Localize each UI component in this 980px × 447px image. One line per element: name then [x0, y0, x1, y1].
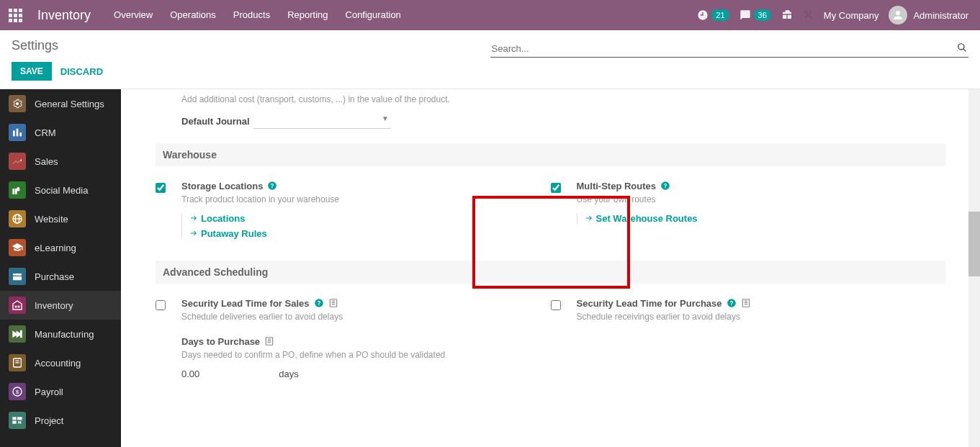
- svg-point-1: [16, 102, 19, 105]
- messages-indicator[interactable]: 36: [740, 9, 771, 21]
- sidebar-item-label: Project: [35, 415, 63, 426]
- svg-rect-8: [13, 274, 22, 276]
- chevron-down-icon: ▼: [382, 114, 389, 122]
- locations-link[interactable]: Locations: [189, 213, 551, 224]
- lead-time-sales-checkbox[interactable]: [156, 300, 166, 310]
- sidebar-item-manufacturing[interactable]: Manufacturing: [0, 320, 121, 348]
- section-warehouse: Warehouse: [156, 143, 945, 166]
- lead-time-sales-title: Security Lead Time for Sales: [181, 298, 310, 309]
- scrollbar-thumb[interactable]: [968, 212, 980, 276]
- days-to-purchase-unit: days: [279, 369, 298, 379]
- sidebar-item-label: Accounting: [35, 358, 81, 369]
- nav-operations[interactable]: Operations: [161, 0, 225, 30]
- help-icon[interactable]: ?: [660, 181, 670, 191]
- navbar: Inventory Overview Operations Products R…: [0, 0, 980, 30]
- lead-time-purchase-desc: Schedule receivings earlier to avoid del…: [577, 309, 946, 323]
- sidebar-item-elearning[interactable]: eLearning: [0, 233, 121, 262]
- putaway-rules-link-label: Putaway Rules: [201, 228, 267, 239]
- activity-indicator[interactable]: 21: [697, 9, 729, 21]
- nav-products[interactable]: Products: [225, 0, 279, 30]
- content-scroll[interactable]: Add additional cost (transport, customs,…: [121, 89, 980, 447]
- svg-rect-19: [17, 417, 22, 420]
- default-journal-select[interactable]: [253, 114, 390, 129]
- messages-badge: 36: [754, 9, 771, 21]
- help-icon[interactable]: ?: [267, 181, 277, 191]
- sidebar-item-label: CRM: [35, 127, 56, 138]
- sidebar-item-project[interactable]: Project: [0, 406, 121, 435]
- days-to-purchase-title: Days to Purchase: [181, 336, 260, 347]
- sidebar-item-label: Inventory: [35, 300, 73, 311]
- website-icon: [9, 210, 26, 227]
- company-icon[interactable]: [264, 336, 274, 346]
- storage-locations-checkbox[interactable]: [156, 183, 166, 193]
- default-journal-label: Default Journal: [181, 116, 253, 127]
- purchase-icon: [9, 268, 26, 285]
- close-icon[interactable]: ✕: [803, 7, 814, 23]
- sidebar-item-label: Social Media: [35, 185, 88, 196]
- multi-step-routes-checkbox[interactable]: [551, 183, 561, 193]
- sidebar-item-label: Website: [35, 214, 68, 225]
- days-to-purchase-desc: Days needed to confirm a PO, define when…: [181, 347, 551, 361]
- sidebar-item-accounting[interactable]: Accounting: [0, 348, 121, 377]
- avatar: [889, 6, 907, 24]
- svg-rect-2: [13, 130, 15, 136]
- clock-icon: [697, 9, 709, 21]
- help-icon[interactable]: ?: [727, 298, 737, 308]
- svg-point-0: [896, 11, 900, 15]
- search-input[interactable]: [490, 40, 956, 57]
- svg-text:?: ?: [271, 183, 274, 189]
- lead-time-purchase-title: Security Lead Time for Purchase: [577, 298, 722, 309]
- sidebar-item-purchase[interactable]: Purchase: [0, 262, 121, 291]
- section-advanced-scheduling: Advanced Scheduling: [156, 261, 945, 284]
- discard-button[interactable]: DISCARD: [60, 66, 103, 77]
- brand[interactable]: Inventory: [30, 8, 105, 23]
- sidebar-item-payroll[interactable]: $Payroll: [0, 377, 121, 406]
- sidebar-item-label: Purchase: [35, 271, 74, 282]
- elearning-icon: [9, 239, 26, 256]
- user-name: Administrator: [913, 10, 968, 21]
- manufacturing-icon: [9, 325, 26, 343]
- nav-configuration[interactable]: Configuration: [337, 0, 410, 30]
- help-icon[interactable]: ?: [314, 298, 324, 308]
- search-icon[interactable]: [956, 42, 968, 55]
- sidebar-item-social-media[interactable]: Social Media: [0, 176, 121, 204]
- company-icon[interactable]: [328, 298, 338, 308]
- company-switcher[interactable]: My Company: [824, 10, 879, 21]
- inventory-icon: [9, 297, 26, 314]
- crm-icon: [9, 124, 26, 141]
- chat-icon: [740, 9, 751, 21]
- lead-time-purchase-checkbox[interactable]: [551, 300, 561, 310]
- nav-reporting[interactable]: Reporting: [279, 0, 336, 30]
- sidebar-item-label: General Settings: [35, 99, 104, 109]
- user-menu[interactable]: Administrator: [889, 6, 968, 24]
- sidebar-item-label: Sales: [35, 156, 58, 167]
- multi-step-routes-title: Multi-Step Routes: [577, 181, 657, 191]
- sidebar-item-website[interactable]: Website: [0, 204, 121, 233]
- save-button[interactable]: SAVE: [12, 62, 52, 81]
- svg-rect-10: [15, 306, 17, 308]
- apps-icon[interactable]: [0, 9, 30, 22]
- nav-menu: Overview Operations Products Reporting C…: [105, 0, 410, 30]
- svg-rect-3: [17, 129, 19, 137]
- putaway-rules-link[interactable]: Putaway Rules: [189, 228, 551, 239]
- sidebar-item-label: Payroll: [35, 387, 63, 397]
- nav-overview[interactable]: Overview: [105, 0, 161, 30]
- company-icon[interactable]: [741, 298, 751, 308]
- control-panel: Settings SAVE DISCARD: [0, 30, 980, 89]
- multi-step-routes-desc: Use your own routes: [577, 191, 946, 206]
- sidebar-item-general-settings[interactable]: General Settings: [0, 89, 121, 118]
- project-icon: [9, 412, 26, 429]
- sidebar-item-sales[interactable]: Sales: [0, 147, 121, 176]
- lead-time-sales-desc: Schedule deliveries earlier to avoid del…: [181, 309, 551, 323]
- svg-text:?: ?: [664, 183, 667, 189]
- sidebar-item-inventory[interactable]: Inventory: [0, 291, 121, 320]
- settings-sidebar: General SettingsCRMSalesSocial MediaWebs…: [0, 89, 121, 447]
- social-media-icon: [9, 181, 26, 199]
- gift-icon[interactable]: [781, 9, 793, 22]
- svg-text:?: ?: [317, 300, 320, 307]
- sidebar-item-crm[interactable]: CRM: [0, 118, 121, 147]
- days-to-purchase-value[interactable]: 0.00: [181, 369, 199, 379]
- landed-cost-desc: Add additional cost (transport, customs,…: [156, 89, 945, 109]
- locations-link-label: Locations: [201, 213, 245, 224]
- set-warehouse-routes-link[interactable]: Set Warehouse Routes: [585, 213, 946, 224]
